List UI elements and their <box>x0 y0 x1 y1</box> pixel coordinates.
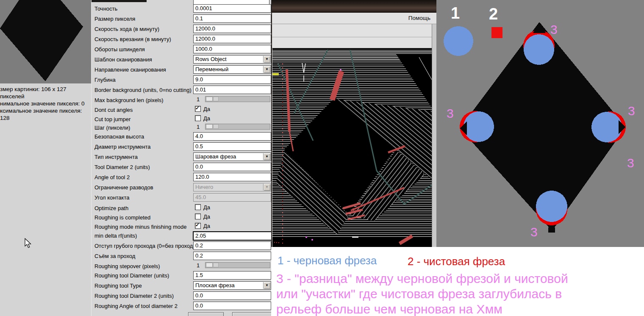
form-row: Безопасная высота4.0 <box>92 132 271 141</box>
chevron-down-icon[interactable] <box>263 66 270 73</box>
form-row: Optimize pathДа <box>92 204 271 213</box>
chevron-down-icon[interactable] <box>263 184 270 191</box>
form-row: Dont cut anglesДа <box>92 105 271 115</box>
form-row: Обороты шпинделя1000.0 <box>92 45 271 54</box>
field-label: Optimize path <box>94 205 128 211</box>
form-row: Roughing is completedДа <box>92 213 271 222</box>
text-input[interactable]: 12000.0 <box>193 35 271 43</box>
text-input[interactable]: 0.2 <box>193 241 271 250</box>
form-row: Тип инструментаШаровая фреза <box>92 152 271 162</box>
legend-difference-line: 3 - "разница" между черновой фрезой и чи… <box>276 271 568 286</box>
field-label: Скорость хода (в минуту) <box>94 26 159 32</box>
slider[interactable] <box>205 96 270 102</box>
field-label: Cut top jumper <box>94 116 130 122</box>
source-image-panel: змер картинки: 106 x 127 пикселей нималь… <box>0 0 91 316</box>
text-input[interactable]: 1.5 <box>193 271 271 280</box>
form-row: Съём за проход0.2 <box>92 252 271 261</box>
text-input[interactable]: 0.0 <box>193 291 271 300</box>
dropdown-value: Плоская фреза <box>195 282 235 288</box>
slider-value: 1 <box>197 124 200 130</box>
slider-thumb[interactable] <box>206 97 213 101</box>
partial-button-2[interactable] <box>232 312 271 316</box>
image-info: змер картинки: 106 x 127 пикселей нималь… <box>0 86 90 122</box>
chevron-down-icon[interactable] <box>263 56 270 63</box>
field-label: Шаблон сканирования <box>94 56 152 63</box>
rough-tool-right <box>591 112 622 142</box>
text-input[interactable]: 0.01 <box>193 86 271 94</box>
window-titlebar[interactable] <box>272 0 436 13</box>
form-row: Отступ грубого прохода (0=без прохода)0.… <box>92 241 271 251</box>
slider-thumb-secondary <box>213 124 219 129</box>
text-input[interactable]: 0.0001 <box>193 4 271 13</box>
clipped-toolbar-fragment <box>92 0 147 2</box>
text-input[interactable]: 0.1 <box>193 14 271 23</box>
marker-3-label: 3 <box>628 104 635 118</box>
toolpath-viewport[interactable] <box>272 48 432 247</box>
field-label: Tool Diameter 2 (units) <box>94 164 150 170</box>
legend-area: 1 - черновая фреза 2 - чистовая фреза 3 … <box>271 247 644 316</box>
checkbox-label: Да <box>203 223 210 229</box>
checkbox[interactable] <box>195 106 201 112</box>
field-label: Max background len (pixels) <box>94 97 164 103</box>
text-input[interactable]: 120.0 <box>193 173 271 181</box>
form-row: min delta rf(units)2.05 <box>92 231 271 241</box>
marker-2-label: 2 <box>489 5 498 23</box>
vertical-scrollbar[interactable] <box>432 24 436 247</box>
rough-tool-left <box>464 111 494 142</box>
field-label: Roughing tool Type <box>94 283 142 289</box>
chevron-down-icon[interactable] <box>263 282 270 289</box>
toolbar-row-1 <box>272 24 436 37</box>
text-input[interactable]: 0.0 <box>193 163 271 171</box>
legend-difference-note: 3 - "разница" между черновой фрезой и чи… <box>276 271 568 316</box>
image-min-text: нимальное значение пикселя: 0 <box>0 100 90 107</box>
slider-thumb[interactable] <box>206 124 213 129</box>
marker-3-label: 3 <box>627 156 634 170</box>
text-input[interactable]: 4.0 <box>193 132 271 141</box>
marker-3-label: 3 <box>530 225 538 239</box>
rough-tool-bottom <box>536 191 567 222</box>
checkbox[interactable] <box>195 115 201 121</box>
form-row: Roughing stepover (pixels)1 <box>92 262 271 271</box>
comparison-view: 1 2 3 3 3 3 3 <box>436 0 644 247</box>
checkbox-label: Да <box>203 213 210 220</box>
partial-button-1[interactable] <box>188 312 224 316</box>
form-row: Угол контакта45.0 <box>92 193 271 202</box>
chevron-down-icon[interactable] <box>263 153 270 160</box>
field-label: Скорость врезания (в минуту) <box>94 36 171 42</box>
text-input[interactable]: 12000.0 <box>193 25 271 33</box>
mouse-cursor <box>25 238 32 248</box>
marker-3-label: 3 <box>550 22 558 36</box>
text-input[interactable]: 0.5 <box>193 142 271 151</box>
checkbox[interactable] <box>195 204 201 210</box>
dropdown[interactable]: Шаровая фреза <box>193 152 271 161</box>
checkbox[interactable] <box>195 223 201 229</box>
marker-3-label: 3 <box>447 106 454 120</box>
form-row: Border background (units, 0=no cutting)0… <box>92 86 271 95</box>
text-input[interactable]: 0.0 <box>193 302 271 310</box>
checkbox-label: Да <box>203 204 210 211</box>
text-input[interactable]: 0.2 <box>193 252 271 260</box>
form-row: Точность0.0001 <box>92 4 271 14</box>
field-label: Угол контакта <box>94 194 129 201</box>
menu-item-help[interactable]: Помощь <box>408 15 430 21</box>
form-row: Шаг (пиксели)1 <box>92 123 271 133</box>
text-input[interactable]: 2.05 <box>193 231 271 241</box>
text-input[interactable]: 9.0 <box>193 75 271 84</box>
dropdown[interactable]: Переменный <box>193 65 271 74</box>
dropdown[interactable]: Плоская фреза <box>193 281 271 290</box>
field-label: Диаметр инструмента <box>94 144 151 150</box>
form-row: Roughing tool Diameter 2 (units)0.0 <box>92 291 271 301</box>
text-input[interactable]: 45.0 <box>193 193 271 202</box>
form-row: Roughing Angle of tool diameter 20.0 <box>92 302 271 311</box>
checkbox[interactable] <box>195 213 201 219</box>
slider[interactable] <box>205 262 270 268</box>
slider[interactable] <box>205 124 270 130</box>
comparison-panel: 1 2 3 3 3 3 3 <box>436 0 644 247</box>
dropdown-value: Ничего <box>195 184 213 190</box>
dropdown[interactable]: Rows Object <box>193 55 271 64</box>
form-row: Roughing mode minus finishing modeДа <box>92 222 271 232</box>
text-input[interactable]: 1000.0 <box>193 45 271 53</box>
dropdown[interactable]: Ничего <box>193 183 271 191</box>
slider-thumb[interactable] <box>206 263 213 267</box>
black-corner-region <box>396 54 432 108</box>
